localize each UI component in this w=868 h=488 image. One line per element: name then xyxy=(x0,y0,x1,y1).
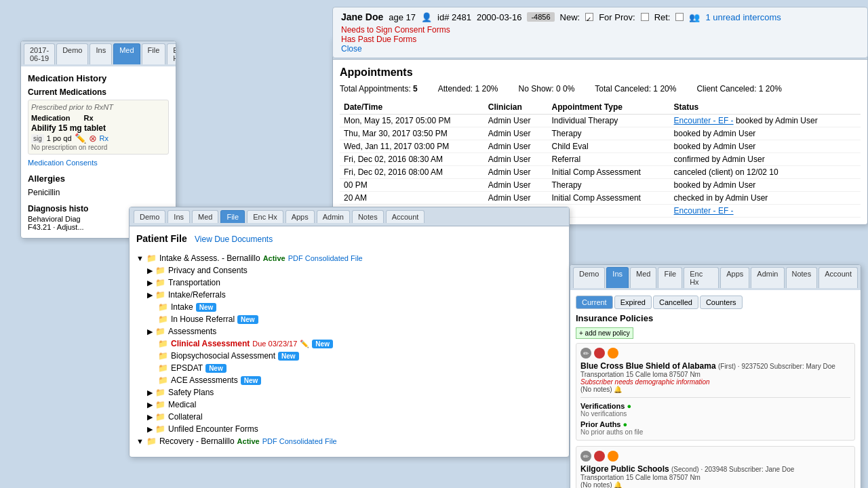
close-link[interactable]: Close xyxy=(341,44,859,54)
pdf-link-0[interactable]: PDF Consolidated File xyxy=(288,254,363,262)
red-icon-1 xyxy=(594,451,605,462)
orange-icon-1 xyxy=(608,451,618,462)
tree-item-14[interactable]: ▶📁Unfiled Encounter Forms xyxy=(136,423,562,435)
alert-past-due[interactable]: Has Past Due Forms xyxy=(341,35,859,44)
ins-tab-expired[interactable]: Expired xyxy=(614,296,652,309)
notes-icon-0[interactable]: 🔔 xyxy=(614,386,622,393)
tab-admin-file[interactable]: Admin xyxy=(317,210,350,223)
badge-new-10: New xyxy=(241,376,262,385)
ins-policies-title: Insurance Policies xyxy=(576,313,855,323)
folder-icon-14: 📁 xyxy=(155,424,165,434)
col-type: Appointment Type xyxy=(548,100,670,115)
tab-account-ins[interactable]: Account xyxy=(818,267,858,288)
tree-item-6[interactable]: ▶📁Assessments xyxy=(136,325,562,338)
view-due-docs-link[interactable]: View Due Documents xyxy=(195,235,273,244)
folder-icon-6: 📁 xyxy=(155,327,165,336)
status-checkbox[interactable] xyxy=(585,13,593,21)
delete-icon[interactable]: ⊗ xyxy=(89,133,97,144)
col-rx: Rx xyxy=(83,114,93,122)
tree-item-2[interactable]: ▶📁Transportation xyxy=(136,277,562,289)
notes-icon-1[interactable]: 🔔 xyxy=(614,481,622,488)
red-icon-0 xyxy=(594,348,605,359)
tree-item-1[interactable]: ▶📁Privacy and Consents xyxy=(136,264,562,277)
tree-item-8[interactable]: 📁Biopsychosocial Assessment New xyxy=(136,350,562,362)
edit-icon[interactable]: ✏️ xyxy=(75,133,86,144)
policy-notes-0: (No notes) 🔔 xyxy=(580,386,850,393)
prov-checkbox[interactable] xyxy=(641,13,649,21)
tree-item-15[interactable]: ▼📁Recovery - Bernalillo Active PDF Conso… xyxy=(136,435,562,447)
no-prescription: No prescription on record xyxy=(31,144,108,151)
pdf-link-15[interactable]: PDF Consolidated File xyxy=(262,437,337,445)
tab-enchx-file[interactable]: Enc Hx xyxy=(247,210,283,223)
tab-demo-ins[interactable]: Demo xyxy=(573,267,605,288)
med-history-title: Medication History xyxy=(28,73,169,83)
tab-ins-file[interactable]: Ins xyxy=(167,210,190,223)
ins-tab-cancelled[interactable]: Cancelled xyxy=(653,296,698,309)
tab-demo-med[interactable]: Demo xyxy=(56,43,88,64)
tab-ins-med[interactable]: Ins xyxy=(90,43,112,64)
tab-file-med[interactable]: File xyxy=(142,43,166,64)
tree-label-5: In House Referral xyxy=(171,314,235,324)
tree-item-10[interactable]: 📁ACE Assessments New xyxy=(136,374,562,386)
file-panel: Demo Ins Med File Enc Hx Apps Admin Note… xyxy=(129,207,570,458)
orange-icon-0 xyxy=(608,348,618,359)
tab-notes-file[interactable]: Notes xyxy=(352,210,384,223)
folder-icon-8: 📁 xyxy=(158,351,168,361)
tab-admin-ins[interactable]: Admin xyxy=(751,267,784,288)
folder-icon-1: 📁 xyxy=(155,266,165,275)
tab-apps-ins[interactable]: Apps xyxy=(720,267,749,288)
tab-date-med[interactable]: 2017-06-19 xyxy=(24,43,55,64)
edit-icon-7[interactable]: ✏️ xyxy=(300,340,309,348)
col-status: Status xyxy=(670,100,861,115)
tree-label-8: Biopsychosocial Assessment xyxy=(171,351,275,361)
tree-item-0[interactable]: ▼📁Intake & Assess. - Bernalillo Active P… xyxy=(136,252,562,264)
ret-checkbox[interactable] xyxy=(675,13,684,21)
folder-icon-2: 📁 xyxy=(155,278,165,287)
tab-account-file[interactable]: Account xyxy=(386,210,425,223)
encounter-link-0[interactable]: Encounter - EF - xyxy=(674,116,734,125)
edit-ins-icon-1[interactable]: ✏ xyxy=(580,451,591,462)
tab-enchx-med[interactable]: Enc Hx xyxy=(167,43,176,64)
noshow-appts: No Show: 0 0% xyxy=(519,84,575,94)
tab-med-ins[interactable]: Med xyxy=(630,267,656,288)
policy-address-0: Transportation 15 Calle loma 87507 Nm xyxy=(580,371,850,378)
expand-icon-2: ▶ xyxy=(147,279,153,287)
ins-tab-current[interactable]: Current xyxy=(576,296,613,309)
tree-item-9[interactable]: 📁EPSDAT New xyxy=(136,362,562,374)
folder-icon-3: 📁 xyxy=(155,290,165,300)
tree-item-4[interactable]: 📁Intake New xyxy=(136,301,562,313)
expand-icon-6: ▶ xyxy=(147,327,153,336)
add-policy-btn[interactable]: + add new policy xyxy=(576,327,633,339)
tab-file-ins[interactable]: File xyxy=(658,267,682,288)
sig-label: sig xyxy=(31,134,44,143)
tab-apps-file[interactable]: Apps xyxy=(285,210,315,223)
tab-demo-file[interactable]: Demo xyxy=(134,210,165,223)
tree-item-7[interactable]: 📁Clinical Assessment Due 03/23/17 ✏️ New xyxy=(136,338,562,350)
tab-enchx-ins[interactable]: Enc Hx xyxy=(684,267,719,288)
tree-item-11[interactable]: ▶📁Safety Plans xyxy=(136,386,562,399)
rx-link[interactable]: Rx xyxy=(100,134,108,142)
tree-item-12[interactable]: ▶📁Medical xyxy=(136,399,562,411)
tab-ins-ins[interactable]: Ins xyxy=(606,267,629,288)
tree-item-3[interactable]: ▶📁Intake/Referrals xyxy=(136,289,562,301)
tree-item-13[interactable]: ▶📁Collateral xyxy=(136,411,562,423)
medication-consents-link[interactable]: Medication Consents xyxy=(28,159,169,167)
policy-subscriber-0: Subscriber: Mary Doe xyxy=(770,363,835,370)
tab-file-file[interactable]: File xyxy=(220,210,245,223)
apps-panel: 2017-06-19 Demo Ins Med File Enc Hx Apps… xyxy=(332,37,868,225)
tab-med-file[interactable]: Med xyxy=(192,210,218,223)
tree-label-12: Medical xyxy=(168,400,196,409)
verifications-title-0: Verifications ● xyxy=(580,402,850,410)
ins-panel-tab-bar: Demo Ins Med File Enc Hx Apps Admin Note… xyxy=(570,265,861,290)
tab-notes-ins[interactable]: Notes xyxy=(786,267,818,288)
med-dose: 1 po qd xyxy=(47,134,72,142)
alert-consent[interactable]: Needs to Sign Consent Forms xyxy=(341,25,859,35)
intercoms-count[interactable]: 1 unread intercoms xyxy=(705,12,781,22)
ins-tab-counters[interactable]: Counters xyxy=(700,296,743,309)
encounter-link-7[interactable]: Encounter - EF - xyxy=(674,206,734,216)
edit-ins-icon-0[interactable]: ✏ xyxy=(580,348,591,359)
tree-item-5[interactable]: 📁In House Referral New xyxy=(136,313,562,325)
col-clinician: Clinician xyxy=(484,100,548,115)
tab-med-med[interactable]: Med xyxy=(113,43,140,64)
appt-row-1: Thu, Mar 30, 2017 03:50 PM Admin User Th… xyxy=(340,127,861,140)
